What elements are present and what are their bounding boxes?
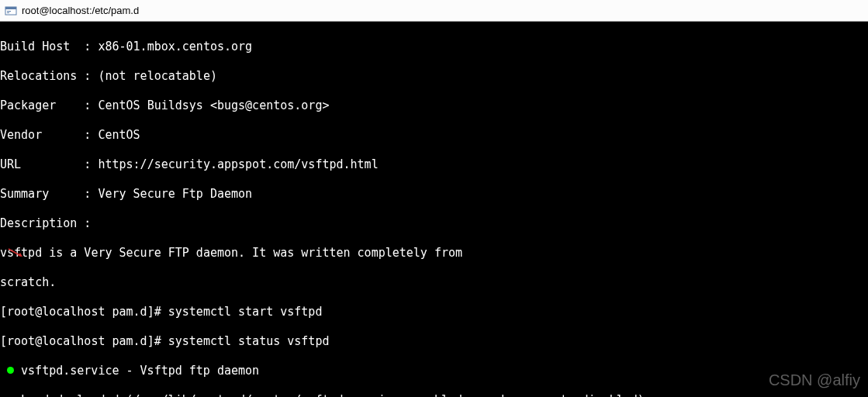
window-titlebar[interactable]: root@localhost:/etc/pam.d <box>0 0 868 22</box>
status-dot-icon <box>7 367 14 374</box>
terminal-output[interactable]: Build Host : x86-01.mbox.centos.org Relo… <box>0 22 868 397</box>
window-title: root@localhost:/etc/pam.d <box>22 5 139 16</box>
output-line: [root@localhost pam.d]# systemctl start … <box>0 305 868 319</box>
svg-rect-1 <box>5 7 16 9</box>
output-line: Build Host : x86-01.mbox.centos.org <box>0 40 868 54</box>
output-line: scratch. <box>0 275 868 290</box>
terminal-window: root@localhost:/etc/pam.d Build Host : x… <box>0 0 868 397</box>
output-line: Relocations : (not relocatable) <box>0 69 868 84</box>
terminal-app-icon <box>5 5 17 17</box>
output-line: Vendor : CentOS <box>0 128 868 143</box>
output-line: [root@localhost pam.d]# systemctl status… <box>0 334 868 349</box>
output-line: Summary : Very Secure Ftp Daemon <box>0 187 868 202</box>
svg-rect-3 <box>7 12 9 13</box>
output-line: vsftpd.service - Vsftpd ftp daemon <box>0 364 868 378</box>
output-line: Loaded: loaded (/usr/lib/systemd/system/… <box>0 393 868 397</box>
watermark: CSDN @alfiy <box>769 371 860 389</box>
output-line: URL : https://security.appspot.com/vsftp… <box>0 157 868 172</box>
output-line: vsftpd is a Very Secure FTP daemon. It w… <box>0 246 868 261</box>
output-line: Description : <box>0 216 868 231</box>
output-line: Packager : CentOS Buildsys <bugs@centos.… <box>0 98 868 113</box>
svg-rect-2 <box>7 11 11 12</box>
